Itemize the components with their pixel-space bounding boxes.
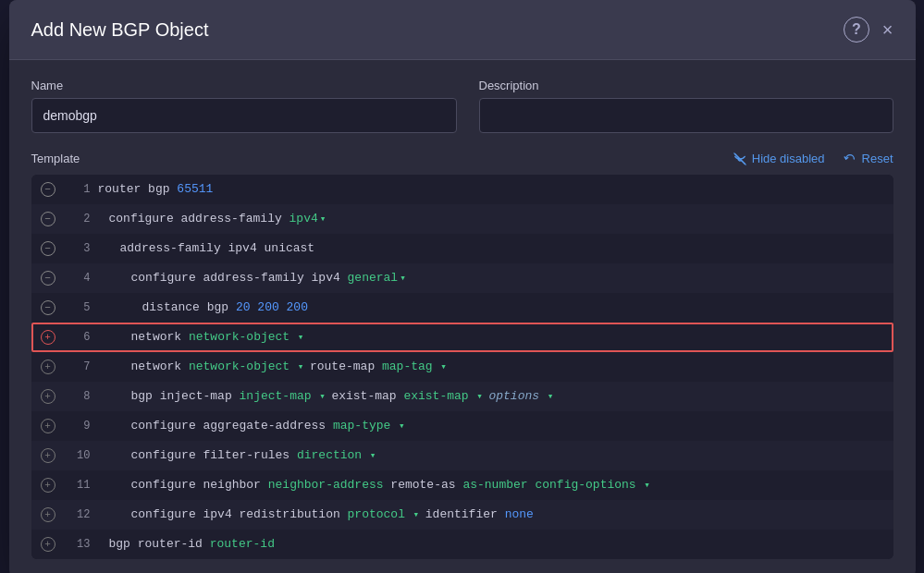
expand-icon[interactable]: + — [41, 360, 55, 374]
code-row: +13bgp router-id router-id — [31, 530, 893, 559]
code-token: network-object — [189, 360, 290, 373]
code-token: configure address-family ipv4 — [131, 271, 348, 285]
code-token: address-family ipv4 unicast — [120, 241, 315, 255]
row-toggle-icon[interactable]: − — [31, 241, 65, 256]
expand-icon[interactable]: + — [41, 478, 55, 493]
line-content: router bgp 65511 — [98, 177, 893, 201]
code-token: neighbor-address — [268, 478, 384, 492]
template-header: Template Hide disabled — [31, 152, 893, 165]
desc-textarea[interactable] — [479, 98, 893, 133]
collapse-icon[interactable]: − — [41, 212, 55, 226]
help-button[interactable]: ? — [844, 17, 869, 43]
template-actions: Hide disabled Reset — [733, 152, 893, 165]
code-token: configure aggregate-address — [131, 419, 333, 433]
line-content: configure address-family ipv4▾ — [98, 207, 893, 231]
expand-icon[interactable]: + — [41, 419, 55, 433]
line-number: 8 — [65, 390, 91, 403]
row-toggle-icon[interactable]: + — [31, 537, 65, 552]
code-token: 65511 — [177, 182, 213, 196]
code-token: ▾ — [314, 391, 332, 402]
code-token: bgp inject-map — [131, 389, 240, 403]
code-token: configure ipv4 redistribution — [131, 507, 348, 521]
close-button[interactable]: × — [882, 20, 893, 39]
collapse-icon[interactable]: − — [41, 300, 55, 315]
row-toggle-icon[interactable]: + — [31, 360, 65, 374]
expand-icon[interactable]: + — [41, 330, 55, 345]
name-input[interactable] — [31, 98, 457, 133]
dialog-body: Name Description Template Hide dis — [9, 60, 916, 573]
eye-off-icon — [733, 152, 746, 165]
code-token: ipv4 — [290, 212, 318, 226]
code-token: remote-as — [384, 478, 463, 492]
code-token: ▾ — [291, 361, 310, 372]
line-number: 13 — [65, 538, 91, 551]
row-toggle-icon[interactable]: + — [31, 419, 65, 433]
line-number: 7 — [65, 360, 91, 373]
expand-icon[interactable]: + — [41, 537, 55, 552]
line-content: configure address-family ipv4 general▾ — [98, 266, 893, 290]
code-token: identifier — [425, 507, 505, 521]
code-token: ▾ — [400, 273, 406, 284]
line-content: network network-object ▾ route-map map-t… — [98, 355, 893, 379]
dialog-title: Add New BGP Object — [31, 19, 209, 41]
row-toggle-icon[interactable]: − — [31, 212, 65, 226]
line-content: distance bgp 20 200 200 — [98, 296, 893, 320]
code-row: +6network network-object ▾ — [31, 323, 893, 352]
code-token: ▾ — [407, 509, 425, 520]
code-token: ▾ — [320, 213, 326, 225]
code-token: configure filter-rules — [131, 448, 297, 462]
line-number: 9 — [65, 420, 91, 433]
collapse-icon[interactable]: − — [41, 182, 55, 197]
row-toggle-icon[interactable]: + — [31, 389, 65, 404]
expand-icon[interactable]: + — [41, 507, 55, 522]
code-row: +8bgp inject-map inject-map ▾ exist-map … — [31, 382, 893, 411]
code-token: exist-map — [403, 389, 468, 403]
code-row: −4configure address-family ipv4 general▾ — [31, 263, 893, 293]
code-row: +12configure ipv4 redistribution protoco… — [31, 500, 893, 530]
line-number: 11 — [65, 479, 91, 492]
line-number: 10 — [65, 449, 91, 462]
row-toggle-icon[interactable]: + — [31, 478, 65, 493]
code-token: ▾ — [638, 480, 650, 491]
line-number: 5 — [65, 301, 91, 314]
hide-disabled-button[interactable]: Hide disabled — [733, 152, 825, 165]
row-toggle-icon[interactable]: − — [31, 182, 65, 197]
line-number: 4 — [65, 272, 91, 285]
collapse-icon[interactable]: − — [41, 271, 55, 286]
template-section: Template Hide disabled — [31, 152, 893, 559]
code-token: as-number — [462, 478, 527, 492]
code-token: map-type — [333, 419, 390, 433]
code-row: −3address-family ipv4 unicast — [31, 234, 893, 263]
reset-button[interactable]: Reset — [844, 152, 893, 165]
expand-icon[interactable]: + — [41, 448, 55, 463]
header-actions: ? × — [844, 17, 893, 43]
line-content: address-family ipv4 unicast — [98, 237, 893, 261]
svg-line-0 — [735, 153, 745, 164]
desc-group: Description — [479, 79, 893, 133]
row-toggle-icon[interactable]: + — [31, 448, 65, 463]
code-row: +11configure neighbor neighbor-address r… — [31, 470, 893, 500]
code-token: ▾ — [435, 361, 447, 372]
code-row: −1router bgp 65511 — [31, 175, 893, 204]
code-row: +7network network-object ▾ route-map map… — [31, 352, 893, 382]
code-token: network — [131, 360, 189, 373]
line-number: 12 — [65, 508, 91, 521]
row-toggle-icon[interactable]: + — [31, 330, 65, 345]
line-number: 1 — [65, 183, 91, 196]
code-token: distance bgp — [142, 300, 236, 314]
code-container: −1router bgp 65511−2configure address-fa… — [31, 175, 893, 559]
code-token: 20 200 200 — [236, 300, 308, 314]
line-content: network network-object ▾ — [98, 325, 893, 349]
code-token: network-object — [189, 330, 290, 344]
row-toggle-icon[interactable]: − — [31, 300, 65, 315]
line-content: configure ipv4 redistribution protocol ▾… — [98, 503, 893, 527]
code-token: options — [488, 389, 539, 403]
row-toggle-icon[interactable]: − — [31, 271, 65, 286]
code-token: map-tag — [382, 360, 433, 373]
expand-icon[interactable]: + — [41, 389, 55, 404]
row-toggle-icon[interactable]: + — [31, 507, 65, 522]
reset-label: Reset — [862, 152, 893, 165]
collapse-icon[interactable]: − — [41, 241, 55, 256]
line-content: bgp router-id router-id — [98, 532, 893, 556]
code-token: config-options — [535, 478, 635, 492]
